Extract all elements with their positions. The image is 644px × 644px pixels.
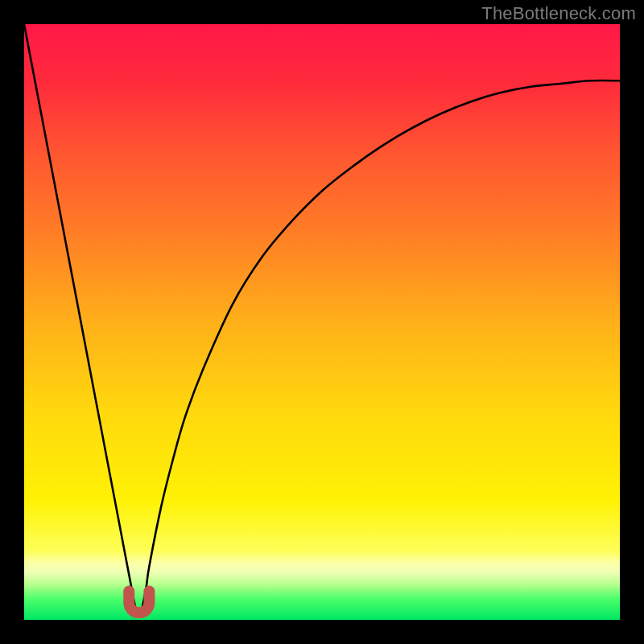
plot-background xyxy=(24,24,620,620)
attribution-label: TheBottleneck.com xyxy=(481,3,636,24)
chart-container: TheBottleneck.com xyxy=(0,0,644,644)
bottleneck-chart xyxy=(24,24,620,620)
